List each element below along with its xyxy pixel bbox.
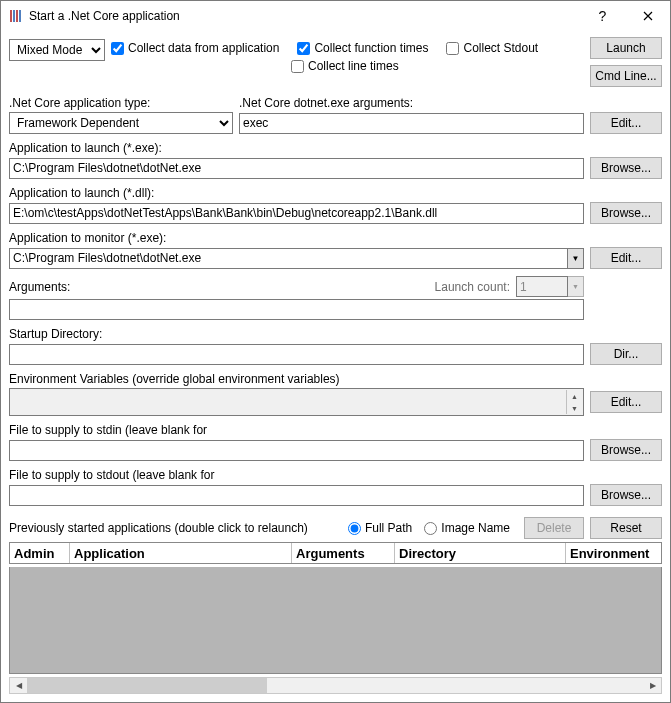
stdout-browse-button[interactable]: Browse... [590, 484, 662, 506]
launch-dll-input[interactable] [9, 203, 584, 224]
col-environment[interactable]: Environment [566, 543, 661, 563]
col-directory[interactable]: Directory [395, 543, 566, 563]
launch-exe-label: Application to launch (*.exe): [9, 141, 662, 155]
radio-image-name[interactable]: Image Name [424, 521, 510, 535]
chk-collect-stdout-input[interactable] [446, 42, 459, 55]
app-icon [7, 8, 23, 24]
cmdline-button[interactable]: Cmd Line... [590, 65, 662, 87]
scroll-thumb[interactable] [27, 678, 267, 693]
app-type-label: .Net Core application type: [9, 96, 239, 110]
launch-count-input [516, 276, 568, 297]
svg-rect-0 [10, 10, 12, 22]
history-table-header: Admin Application Arguments Directory En… [9, 542, 662, 564]
dotnet-args-label: .Net Core dotnet.exe arguments: [239, 96, 413, 110]
launch-dll-browse-button[interactable]: Browse... [590, 202, 662, 224]
launch-exe-browse-button[interactable]: Browse... [590, 157, 662, 179]
dialog-window: Start a .Net Core application ? Mixed Mo… [0, 0, 671, 703]
dotnet-args-edit-button[interactable]: Edit... [590, 112, 662, 134]
chk-collect-data-input[interactable] [111, 42, 124, 55]
chevron-down-icon[interactable]: ▼ [567, 248, 584, 269]
horizontal-scrollbar[interactable]: ◀ ▶ [9, 677, 662, 694]
history-label: Previously started applications (double … [9, 521, 342, 535]
window-title: Start a .Net Core application [29, 9, 580, 23]
stdin-browse-button[interactable]: Browse... [590, 439, 662, 461]
launch-exe-input[interactable] [9, 158, 584, 179]
arguments-label: Arguments: [9, 280, 429, 294]
stdout-label: File to supply to stdout (leave blank fo… [9, 468, 662, 482]
env-vars-box[interactable]: ▲ ▼ [9, 388, 584, 416]
monitor-exe-label: Application to monitor (*.exe): [9, 231, 662, 245]
arguments-input[interactable] [9, 299, 584, 320]
launch-button[interactable]: Launch [590, 37, 662, 59]
close-button[interactable] [625, 2, 670, 31]
stdout-input[interactable] [9, 485, 584, 506]
monitor-exe-edit-button[interactable]: Edit... [590, 247, 662, 269]
col-application[interactable]: Application [70, 543, 292, 563]
startup-dir-input[interactable] [9, 344, 584, 365]
monitor-exe-combo[interactable]: ▼ [9, 248, 584, 269]
titlebar: Start a .Net Core application ? [1, 1, 670, 31]
dotnet-args-input[interactable] [239, 113, 584, 134]
col-admin[interactable]: Admin [10, 543, 70, 563]
chk-collect-stdout[interactable]: Collect Stdout [446, 41, 538, 55]
radio-full-path[interactable]: Full Path [348, 521, 412, 535]
delete-button: Delete [524, 517, 584, 539]
chk-collect-func-times-input[interactable] [297, 42, 310, 55]
scroll-left-icon[interactable]: ◀ [10, 678, 27, 693]
chk-collect-line-times[interactable]: Collect line times [291, 59, 399, 73]
stdin-input[interactable] [9, 440, 584, 461]
launch-dll-label: Application to launch (*.dll): [9, 186, 662, 200]
monitor-exe-input[interactable] [9, 248, 567, 269]
launch-count-label: Launch count: [435, 280, 510, 294]
startup-dir-label: Startup Directory: [9, 327, 662, 341]
reset-button[interactable]: Reset [590, 517, 662, 539]
svg-rect-2 [16, 10, 18, 22]
chevron-down-icon[interactable]: ▼ [566, 402, 582, 414]
svg-rect-1 [13, 10, 15, 22]
app-type-select[interactable]: Framework Dependent [9, 112, 233, 134]
help-button[interactable]: ? [580, 2, 625, 31]
mode-select[interactable]: Mixed Mode [9, 39, 105, 61]
svg-rect-3 [19, 10, 21, 22]
startup-dir-button[interactable]: Dir... [590, 343, 662, 365]
chevron-up-icon[interactable]: ▲ [566, 390, 582, 402]
history-table-body[interactable] [9, 567, 662, 674]
scroll-right-icon[interactable]: ▶ [644, 678, 661, 693]
launch-count-spinner: ▼ [516, 276, 584, 297]
scroll-track[interactable] [27, 678, 644, 693]
dialog-content: Mixed Mode Collect data from application… [1, 31, 670, 702]
env-vars-label: Environment Variables (override global e… [9, 372, 662, 386]
chk-collect-line-times-input[interactable] [291, 60, 304, 73]
chk-collect-func-times[interactable]: Collect function times [297, 41, 428, 55]
chk-collect-data[interactable]: Collect data from application [111, 41, 279, 55]
stdin-label: File to supply to stdin (leave blank for [9, 423, 662, 437]
col-arguments[interactable]: Arguments [292, 543, 395, 563]
env-vars-edit-button[interactable]: Edit... [590, 391, 662, 413]
chevron-down-icon: ▼ [568, 276, 584, 297]
